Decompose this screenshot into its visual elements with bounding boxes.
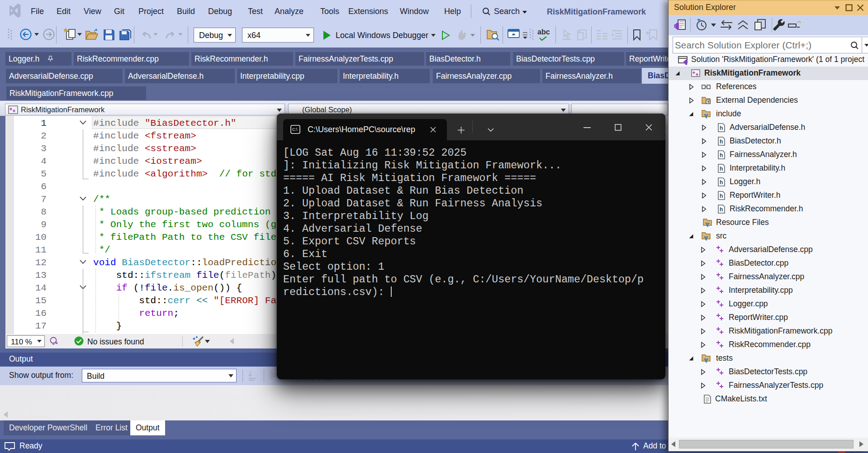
svg-text:C:\: C:\: [292, 127, 298, 132]
